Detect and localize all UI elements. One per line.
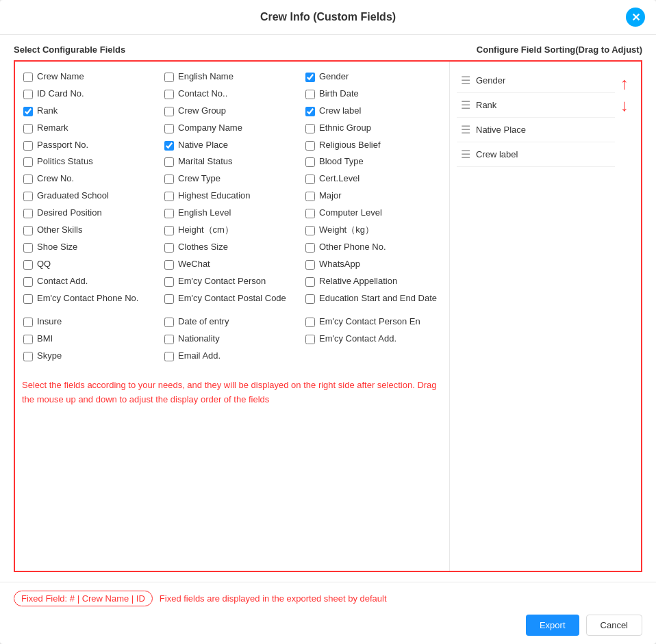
field-contact-add[interactable]: Contact Add. <box>22 273 160 290</box>
field-other-phone[interactable]: Other Phone No. <box>304 239 442 256</box>
field-education-dates[interactable]: Education Start and End Date <box>304 290 442 307</box>
arrow-down-icon: ↓ <box>620 97 629 114</box>
modal-body: Select Configurable Fields Configure Fie… <box>0 35 656 582</box>
field-emcy-phone[interactable]: Em'cy Contact Phone No. <box>22 290 160 307</box>
sort-list: ☰ Gender ☰ Rank ☰ Native Place ☰ <box>457 68 615 167</box>
modal-header: Crew Info (Custom Fields) ✕ <box>0 0 656 35</box>
field-remark[interactable]: Remark <box>22 120 160 137</box>
field-clothes-size[interactable]: Clothes Size <box>163 239 301 256</box>
sort-item-rank[interactable]: ☰ Rank <box>457 93 615 118</box>
field-highest-education[interactable]: Highest Education <box>163 188 301 205</box>
left-section-label: Select Configurable Fields <box>14 44 125 55</box>
fixed-field-badge: Fixed Field: # | Crew Name | ID <box>14 591 153 606</box>
field-birth-date[interactable]: Birth Date <box>304 86 442 103</box>
modal-container: Crew Info (Custom Fields) ✕ Select Confi… <box>0 0 656 644</box>
field-marital-status[interactable]: Marital Status <box>163 153 301 170</box>
field-computer-level[interactable]: Computer Level <box>304 205 442 222</box>
field-english-name[interactable]: English Name <box>163 68 301 86</box>
instruction-text: Select the fields according to your need… <box>22 378 442 407</box>
col3: Gender Birth Date Crew label Ethnic <box>304 68 442 365</box>
field-english-level[interactable]: English Level <box>163 205 301 222</box>
field-whatsapp[interactable]: WhatsApp <box>304 256 442 273</box>
field-nationality[interactable]: Nationality <box>163 331 301 348</box>
arrow-area: ↑ ↓ <box>615 68 634 167</box>
field-shoe-size[interactable]: Shoe Size <box>22 239 160 256</box>
field-crew-label[interactable]: Crew label <box>304 103 442 120</box>
field-emcy-contact-add[interactable]: Em'cy Contact Add. <box>304 331 442 348</box>
field-emcy-contact-person[interactable]: Em'cy Contact Person <box>163 273 301 290</box>
field-date-of-entry[interactable]: Date of entry <box>163 313 301 331</box>
field-politics-status[interactable]: Politics Status <box>22 153 160 170</box>
field-rank[interactable]: Rank <box>22 103 160 120</box>
fixed-field-area: Fixed Field: # | Crew Name | ID Fixed fi… <box>14 591 642 606</box>
field-crew-name[interactable]: Crew Name <box>22 68 160 86</box>
sort-item-native-place[interactable]: ☰ Native Place <box>457 118 615 142</box>
field-emcy-postal[interactable]: Em'cy Contact Postal Code <box>163 290 301 307</box>
field-weight[interactable]: Weight（kg） <box>304 222 442 239</box>
field-qq[interactable]: QQ <box>22 256 160 273</box>
sort-item-gender[interactable]: ☰ Gender <box>457 68 615 93</box>
field-blood-type[interactable]: Blood Type <box>304 153 442 170</box>
field-company-name[interactable]: Company Name <box>163 120 301 137</box>
sort-label-crew-label: Crew label <box>476 149 611 159</box>
field-crew-no[interactable]: Crew No. <box>22 170 160 188</box>
field-contact-no[interactable]: Contact No.. <box>163 86 301 103</box>
drag-icon-crew-label: ☰ <box>461 148 470 161</box>
field-other-skills[interactable]: Other Skills <box>22 222 160 239</box>
section-headers: Select Configurable Fields Configure Fie… <box>14 44 642 55</box>
sort-panel-inner: ☰ Gender ☰ Rank ☰ Native Place ☰ <box>457 68 634 167</box>
drag-icon-gender: ☰ <box>461 74 470 87</box>
field-bmi[interactable]: BMI <box>22 331 160 348</box>
sort-item-crew-label[interactable]: ☰ Crew label <box>457 142 615 167</box>
fields-panel: Crew Name ID Card No. Rank Remark <box>15 62 449 571</box>
field-email-add[interactable]: Email Add. <box>163 348 301 365</box>
footer-buttons: Export Cancel <box>14 615 642 636</box>
col2: English Name Contact No.. Crew Group <box>163 68 301 365</box>
field-emcy-person-en[interactable]: Em'cy Contact Person En <box>304 313 442 331</box>
drag-icon-rank: ☰ <box>461 99 470 112</box>
field-gender[interactable]: Gender <box>304 68 442 86</box>
field-ethnic-group[interactable]: Ethnic Group <box>304 120 442 137</box>
export-button[interactable]: Export <box>526 615 579 636</box>
modal-title: Crew Info (Custom Fields) <box>260 11 396 23</box>
field-desired-position[interactable]: Desired Position <box>22 205 160 222</box>
field-wechat[interactable]: WeChat <box>163 256 301 273</box>
modal-footer: Fixed Field: # | Crew Name | ID Fixed fi… <box>0 582 656 644</box>
field-crew-group[interactable]: Crew Group <box>163 103 301 120</box>
sort-label-rank: Rank <box>476 100 611 110</box>
field-native-place[interactable]: Native Place <box>163 137 301 154</box>
main-content-area: Crew Name ID Card No. Rank Remark <box>14 60 642 572</box>
field-crew-type[interactable]: Crew Type <box>163 170 301 188</box>
arrow-up-icon: ↑ <box>620 75 629 92</box>
field-religious-belief[interactable]: Religious Belief <box>304 137 442 154</box>
sort-label-gender: Gender <box>476 75 611 86</box>
right-section-label: Configure Field Sorting(Drag to Adjust) <box>477 44 642 55</box>
field-major[interactable]: Major <box>304 188 442 205</box>
field-relative-appellation[interactable]: Relative Appellation <box>304 273 442 290</box>
field-height[interactable]: Height（cm） <box>163 222 301 239</box>
field-graduated-school[interactable]: Graduated School <box>22 188 160 205</box>
fields-grid: Crew Name ID Card No. Rank Remark <box>22 68 442 365</box>
sort-label-native-place: Native Place <box>476 125 611 135</box>
field-passport-no[interactable]: Passport No. <box>22 137 160 154</box>
sorting-panel: ☰ Gender ☰ Rank ☰ Native Place ☰ <box>449 62 641 571</box>
field-cert-level[interactable]: Cert.Level <box>304 170 442 188</box>
close-button[interactable]: ✕ <box>626 8 645 27</box>
field-id-card-no[interactable]: ID Card No. <box>22 86 160 103</box>
fixed-field-note: Fixed fields are displayed in the export… <box>160 593 387 604</box>
instruction-area: Select the fields according to your need… <box>22 378 442 564</box>
field-skype[interactable]: Skype <box>22 348 160 365</box>
field-insure[interactable]: Insure <box>22 313 160 331</box>
col1: Crew Name ID Card No. Rank Remark <box>22 68 160 365</box>
drag-icon-native-place: ☰ <box>461 123 470 136</box>
cancel-button[interactable]: Cancel <box>586 615 642 636</box>
